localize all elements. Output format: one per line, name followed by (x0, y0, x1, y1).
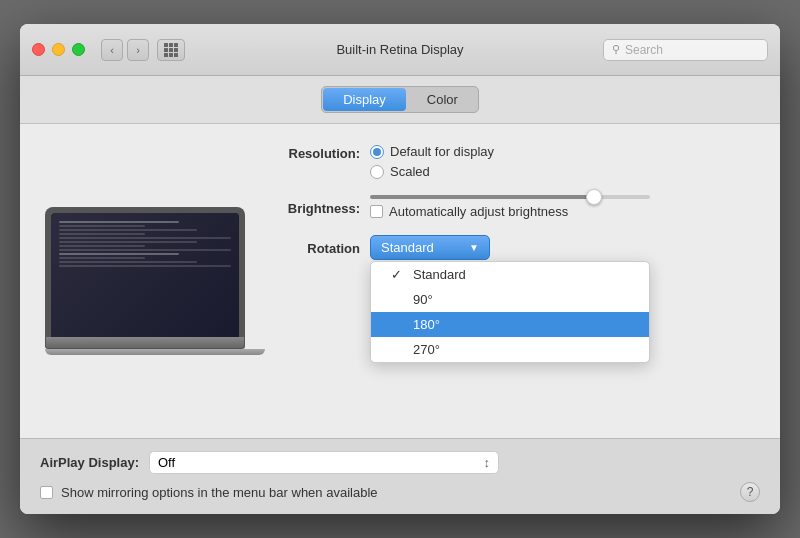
resolution-default-label: Default for display (390, 144, 494, 159)
tab-color[interactable]: Color (407, 87, 478, 112)
resolution-controls: Default for display Scaled (370, 144, 494, 179)
rotation-option-180[interactable]: 180° (371, 312, 649, 337)
rotation-option-90[interactable]: 90° (371, 287, 649, 312)
mirror-label: Show mirroring options in the menu bar w… (61, 485, 378, 500)
laptop-preview (40, 144, 250, 418)
brightness-label: Brightness: (270, 199, 360, 216)
resolution-row: Resolution: Default for display Scaled (270, 144, 760, 179)
traffic-lights (32, 43, 85, 56)
airplay-dropdown[interactable]: Off ↕ (149, 451, 499, 474)
laptop-base (45, 337, 245, 349)
rotation-90-label: 90° (413, 292, 433, 307)
close-button[interactable] (32, 43, 45, 56)
search-icon: ⚲ (612, 43, 620, 56)
radio-selected-indicator (373, 148, 381, 156)
airplay-value: Off (158, 455, 175, 470)
tab-display[interactable]: Display (323, 88, 406, 111)
grid-icon (164, 43, 178, 57)
window: ‹ › Built-in Retina Display ⚲ Search Dis… (20, 24, 780, 514)
nav-buttons: ‹ › (101, 39, 149, 61)
dropdown-arrow-icon: ▼ (469, 242, 479, 253)
settings-panel: Resolution: Default for display Scaled (270, 144, 760, 418)
auto-brightness-row: Automatically adjust brightness (370, 204, 650, 219)
rotation-dropdown-menu: ✓ Standard 90° 180° 2 (370, 261, 650, 363)
tab-group: Display Color (321, 86, 479, 113)
rotation-dropdown-container: Standard ▼ ✓ Standard 90° (370, 235, 490, 260)
laptop-screen (45, 207, 245, 337)
resolution-label: Resolution: (270, 144, 360, 161)
laptop-foot (45, 349, 265, 355)
rotation-270-label: 270° (413, 342, 440, 357)
mirror-row: Show mirroring options in the menu bar w… (40, 482, 760, 502)
rotation-label: Rotation (270, 239, 360, 256)
maximize-button[interactable] (72, 43, 85, 56)
brightness-slider[interactable] (370, 195, 650, 199)
rotation-current-value: Standard (381, 240, 434, 255)
resolution-default-option[interactable]: Default for display (370, 144, 494, 159)
checkmark-icon: ✓ (391, 267, 405, 282)
bottom-bar: AirPlay Display: Off ↕ Show mirroring op… (20, 438, 780, 514)
laptop-image (45, 207, 245, 355)
brightness-controls: Automatically adjust brightness (370, 195, 650, 219)
forward-button[interactable]: › (127, 39, 149, 61)
rotation-row: Rotation Standard ▼ ✓ Standard (270, 235, 760, 260)
grid-button[interactable] (157, 39, 185, 61)
back-button[interactable]: ‹ (101, 39, 123, 61)
window-title: Built-in Retina Display (336, 42, 463, 57)
auto-brightness-checkbox[interactable] (370, 205, 383, 218)
toolbar: Display Color (20, 76, 780, 124)
airplay-row: AirPlay Display: Off ↕ (40, 451, 760, 474)
resolution-scaled-radio[interactable] (370, 165, 384, 179)
resolution-default-radio[interactable] (370, 145, 384, 159)
search-box[interactable]: ⚲ Search (603, 39, 768, 61)
airplay-label: AirPlay Display: (40, 455, 139, 470)
resolution-scaled-label: Scaled (390, 164, 430, 179)
auto-brightness-label: Automatically adjust brightness (389, 204, 568, 219)
rotation-dropdown-button[interactable]: Standard ▼ (370, 235, 490, 260)
brightness-row: Brightness: Automatically adjust brightn… (270, 195, 760, 219)
resolution-scaled-option[interactable]: Scaled (370, 164, 494, 179)
airplay-arrow-icon: ↕ (484, 455, 491, 470)
mirror-checkbox[interactable] (40, 486, 53, 499)
rotation-option-270[interactable]: 270° (371, 337, 649, 362)
rotation-standard-label: Standard (413, 267, 466, 282)
minimize-button[interactable] (52, 43, 65, 56)
rotation-180-label: 180° (413, 317, 440, 332)
search-placeholder: Search (625, 43, 663, 57)
main-content: Resolution: Default for display Scaled (20, 124, 780, 438)
titlebar: ‹ › Built-in Retina Display ⚲ Search (20, 24, 780, 76)
help-button[interactable]: ? (740, 482, 760, 502)
screen-content (51, 213, 239, 337)
slider-thumb[interactable] (586, 189, 602, 205)
rotation-option-standard[interactable]: ✓ Standard (371, 262, 649, 287)
help-icon: ? (747, 485, 754, 499)
